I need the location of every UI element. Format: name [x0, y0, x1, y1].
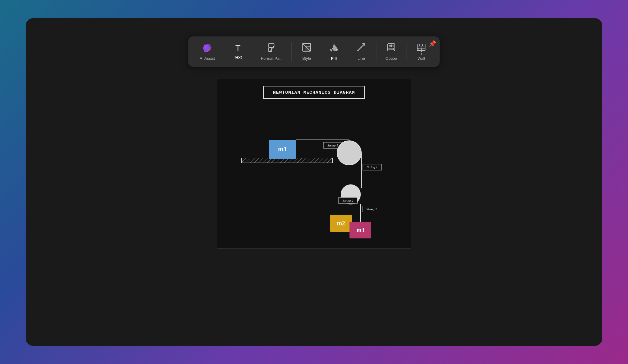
divider-3 [292, 42, 292, 61]
line-icon [356, 42, 366, 54]
more-options[interactable] [419, 46, 425, 57]
divider-4 [376, 42, 376, 61]
svg-rect-11 [389, 48, 394, 50]
text-label: Text [234, 55, 242, 59]
more-dot-2 [421, 51, 422, 52]
ai-assist-label: AI Assist [200, 56, 215, 61]
fill-icon [329, 42, 339, 54]
toolbar: AI Assist T Text Format Pai... [188, 36, 440, 67]
option-icon [387, 42, 396, 54]
option-label: Option [385, 56, 397, 61]
diagram-title-box: NEWTONIAN MECHANICS DIAGRAM [263, 86, 365, 99]
toolbar-item-text[interactable]: T Text [224, 42, 252, 62]
toolbar-item-option[interactable]: Option [378, 40, 405, 63]
svg-point-10 [392, 45, 393, 47]
svg-point-6 [336, 49, 338, 51]
svg-text:String 2: String 2 [343, 199, 353, 202]
toolbar-item-style[interactable]: Style [293, 40, 320, 63]
more-dot-3 [421, 53, 422, 55]
line-label: Line [357, 56, 365, 61]
divider-1 [223, 42, 223, 61]
diagram-title: NEWTONIAN MECHANICS DIAGRAM [273, 90, 355, 95]
style-label: Style [302, 56, 311, 61]
laptop-frame: AI Assist T Text Format Pai... [26, 18, 602, 346]
format-painter-icon [267, 42, 277, 54]
svg-text:m1: m1 [278, 145, 287, 153]
svg-text:String 2: String 2 [366, 207, 377, 211]
diagram-container: NEWTONIAN MECHANICS DIAGRAM [217, 79, 411, 248]
svg-text:m3: m3 [356, 227, 365, 233]
pin-icon[interactable]: 📌 [429, 40, 436, 47]
style-icon [302, 42, 312, 54]
text-icon: T [235, 44, 241, 52]
svg-text:m2: m2 [337, 220, 345, 227]
svg-rect-24 [241, 158, 333, 163]
canvas-area[interactable]: NEWTONIAN MECHANICS DIAGRAM [217, 79, 411, 249]
more-dot-1 [421, 49, 422, 50]
toolbar-item-ai-assist[interactable]: AI Assist [193, 40, 221, 63]
svg-point-9 [389, 45, 391, 47]
svg-text:String 1: String 1 [367, 165, 377, 169]
ai-assist-icon [202, 43, 213, 54]
fill-label: Fill [331, 56, 337, 61]
divider-5 [406, 42, 407, 61]
toolbar-item-line[interactable]: Line [348, 40, 375, 63]
svg-line-2 [270, 46, 274, 52]
physics-diagram: m1 String 1 String 1 String 2 [223, 103, 405, 243]
svg-point-31 [337, 141, 361, 165]
svg-point-12 [391, 44, 392, 46]
svg-text:String 1: String 1 [327, 143, 338, 147]
toolbar-item-format-painter[interactable]: Format Pai... [254, 40, 290, 63]
svg-rect-5 [306, 47, 311, 51]
divider-2 [253, 42, 253, 61]
toolbar-item-fill[interactable]: Fill [320, 40, 348, 63]
format-painter-label: Format Pai... [261, 56, 283, 61]
svg-line-7 [358, 44, 365, 51]
